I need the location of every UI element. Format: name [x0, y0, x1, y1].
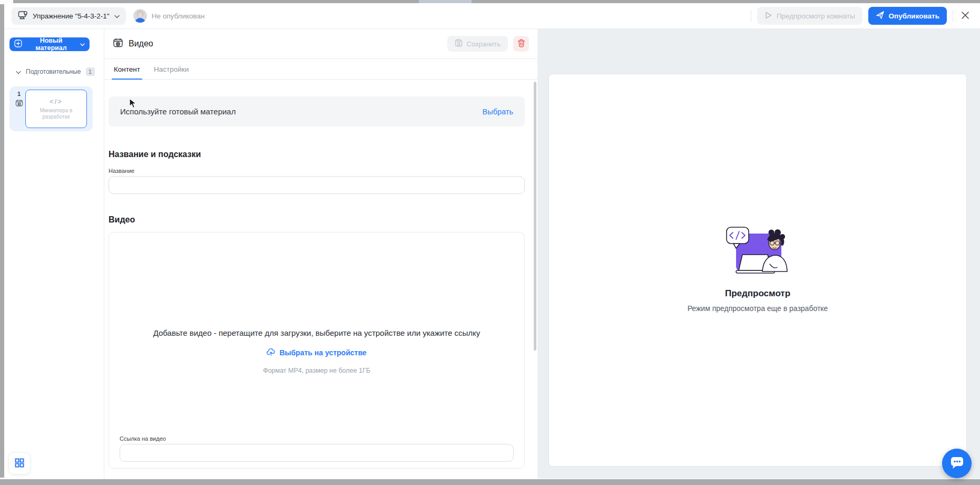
horizontal-scrollbar-top[interactable]	[13, 0, 980, 3]
monitor-user-icon	[18, 10, 28, 22]
chevron-down-icon	[80, 41, 85, 48]
name-input[interactable]	[109, 176, 525, 194]
preview-subtitle: Режим предпросмотра еще в разработке	[688, 304, 828, 313]
grid-icon	[15, 458, 24, 469]
editor-header: Видео Сохранить	[104, 29, 537, 59]
dropzone-center: Добавьте видео - перетащите для загрузки…	[109, 328, 524, 374]
material-item-meta: 1	[14, 90, 24, 128]
choose-on-device-button[interactable]: Выбрать на устройстве	[267, 348, 366, 357]
publish-label: Опубликовать	[889, 12, 939, 20]
save-button[interactable]: Сохранить	[447, 36, 508, 52]
preview-title: Предпросмотр	[725, 288, 790, 299]
editor-content: Используйте готовый материал Выбрать Наз…	[104, 80, 537, 479]
trash-icon	[517, 39, 525, 49]
close-button[interactable]	[959, 9, 972, 23]
video-link-input[interactable]	[120, 444, 514, 462]
paper-plane-icon	[876, 11, 885, 21]
save-label: Сохранить	[466, 40, 501, 48]
apps-grid-button[interactable]	[8, 452, 31, 474]
app-window: Упражнение "5-4-3-2-1" Не опубликован	[4, 3, 980, 479]
tab-settings[interactable]: Настройки	[154, 65, 189, 79]
delete-button[interactable]	[513, 36, 529, 52]
preview-card: Предпросмотр Режим предпросмотра еще в р…	[548, 74, 967, 467]
video-dropzone[interactable]: Добавьте видео - перетащите для загрузки…	[109, 232, 525, 469]
sidebar-section-preparatory[interactable]: Подготовительные 1	[16, 67, 95, 76]
material-editor: Видео Сохранить	[104, 29, 537, 479]
horizontal-scrollbar-top-thumb[interactable]	[419, 0, 472, 3]
code-glyph: </>	[50, 98, 63, 105]
cloud-upload-icon	[267, 348, 276, 357]
topbar: Упражнение "5-4-3-2-1" Не опубликован	[4, 3, 980, 29]
ready-material-banner: Используйте готовый материал Выбрать	[109, 96, 525, 127]
tab-content[interactable]: Контент	[114, 65, 140, 79]
floppy-icon	[455, 39, 463, 48]
divider	[953, 10, 953, 22]
exercise-name-label: Упражнение "5-4-3-2-1"	[33, 12, 110, 20]
horizontal-scrollbar-bottom[interactable]	[0, 479, 980, 485]
section-count-badge: 1	[86, 67, 95, 76]
chevron-down-icon	[16, 67, 21, 76]
thumbnail-placeholder-label: Миниатюра в разработке	[32, 108, 81, 120]
chat-bubble-icon	[949, 456, 964, 471]
publish-status-label: Не опубликован	[152, 12, 205, 20]
choose-on-device-label: Выбрать на устройстве	[279, 348, 366, 357]
preview-illustration	[726, 221, 790, 281]
video-section-heading: Видео	[109, 215, 524, 225]
video-link-label: Ссылка на видео	[120, 435, 514, 442]
material-thumbnail: </> Миниатюра в разработке	[25, 90, 87, 128]
preview-room-button[interactable]: Предпросмотр комнаты	[757, 7, 863, 25]
materials-sidebar: Новый материал Подготовительные 1 1	[4, 29, 104, 479]
play-icon	[765, 11, 772, 21]
preview-panel: Предпросмотр Режим предпросмотра еще в р…	[537, 29, 980, 479]
choose-material-link[interactable]: Выбрать	[483, 108, 513, 116]
video-link-block: Ссылка на видео	[120, 435, 514, 462]
video-icon	[15, 99, 23, 109]
name-field-label: Название	[109, 168, 524, 174]
chevron-down-icon	[114, 12, 120, 20]
close-icon	[961, 11, 969, 21]
support-chat-button[interactable]	[942, 449, 972, 478]
topbar-actions: Предпросмотр комнаты Опубликовать	[751, 7, 972, 25]
new-material-label: Новый материал	[26, 37, 76, 52]
user-avatar[interactable]	[133, 9, 147, 23]
format-hint: Формат MP4, размер не более 1ГБ	[263, 367, 370, 374]
editor-title: Видео	[129, 39, 153, 48]
window-left-edge	[0, 4, 4, 478]
preview-room-label: Предпросмотр комнаты	[777, 12, 855, 20]
title-section-heading: Название и подсказки	[109, 150, 524, 159]
editor-tabs: Контент Настройки	[104, 59, 537, 80]
body: Новый материал Подготовительные 1 1	[4, 29, 980, 479]
plus-box-icon	[14, 40, 22, 49]
exercise-switcher-button[interactable]: Упражнение "5-4-3-2-1"	[12, 7, 126, 25]
app-screenshot: Упражнение "5-4-3-2-1" Не опубликован	[0, 0, 980, 485]
dropzone-instructions: Добавьте видео - перетащите для загрузки…	[153, 328, 481, 337]
material-index: 1	[17, 91, 21, 97]
editor-scrollbar[interactable]	[534, 82, 536, 351]
section-label: Подготовительные	[26, 68, 81, 75]
banner-text: Используйте готовый материал	[120, 107, 236, 116]
publish-button[interactable]: Опубликовать	[868, 7, 947, 25]
video-icon	[113, 37, 123, 50]
divider	[751, 10, 751, 22]
new-material-button[interactable]: Новый материал	[9, 37, 90, 51]
material-item-video[interactable]: 1 </> Миниатюра в разработке	[9, 86, 93, 131]
